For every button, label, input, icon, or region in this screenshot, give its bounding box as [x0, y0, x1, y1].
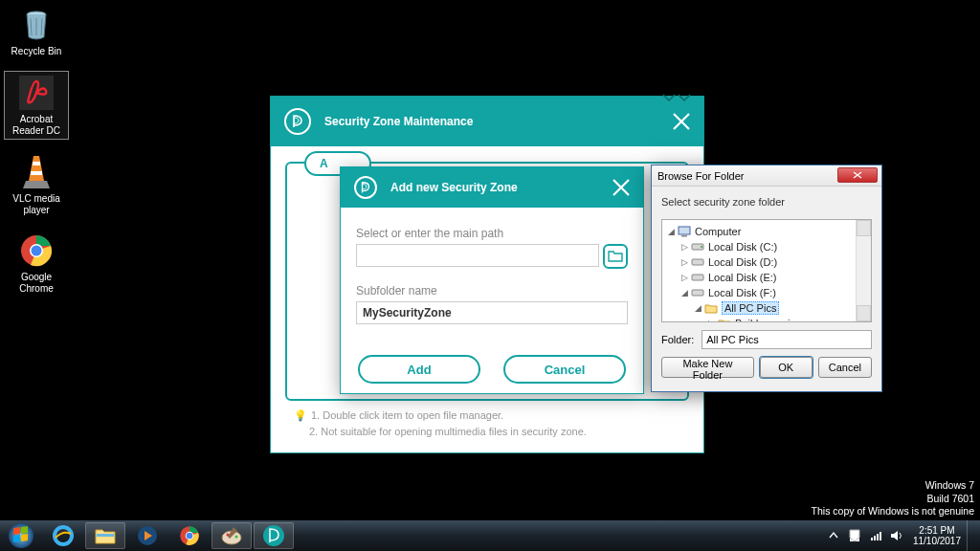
- chrome-icon: [179, 525, 200, 546]
- taskbar-security-app[interactable]: [254, 522, 294, 549]
- expand-icon[interactable]: ▷: [679, 242, 690, 252]
- desktop-icon-label: Google Chrome: [6, 272, 67, 295]
- bulb-icon: 💡: [294, 409, 307, 421]
- svg-point-6: [32, 246, 42, 256]
- ie-icon: [52, 524, 75, 547]
- add-button[interactable]: Add: [358, 355, 480, 384]
- chrome-icon: [17, 231, 56, 270]
- window-titlebar[interactable]: Security Zone Maintenance: [271, 97, 703, 146]
- tree-node-computer[interactable]: ◢ Computer: [664, 224, 869, 239]
- svg-rect-2: [33, 162, 40, 165]
- tree-node-disk-e[interactable]: ▷ Local Disk (E:): [664, 270, 869, 285]
- tray-show-hidden[interactable]: [825, 527, 842, 544]
- desktop-icon-label: VLC media player: [6, 193, 67, 216]
- make-new-folder-button[interactable]: Make New Folder: [661, 357, 754, 378]
- close-button[interactable]: [671, 111, 692, 132]
- svg-rect-10: [701, 246, 702, 248]
- tree-node-build-ongoing[interactable]: ▷ Build on going: [664, 316, 869, 322]
- desktop-icons: Recycle Bin Acrobat Reader DC VLC media …: [4, 4, 69, 297]
- desktop-icon-label: Acrobat Reader DC: [7, 114, 66, 137]
- close-button[interactable]: [837, 167, 878, 183]
- close-button[interactable]: [611, 177, 632, 198]
- svg-rect-17: [13, 535, 20, 542]
- start-button[interactable]: [1, 522, 41, 549]
- svg-rect-3: [31, 171, 42, 175]
- desktop-icon-label: Recycle Bin: [11, 46, 62, 57]
- desktop-icon-vlc[interactable]: VLC media player: [4, 151, 69, 218]
- svg-rect-34: [880, 532, 881, 540]
- taskbar: 2:51 PM 11/10/2017: [0, 520, 980, 551]
- recycle-bin-icon: [17, 6, 56, 44]
- folder-name-input[interactable]: [702, 330, 872, 349]
- disk-icon: [690, 286, 705, 299]
- network-icon[interactable]: [867, 527, 884, 544]
- dialog-titlebar[interactable]: Browse For Folder: [652, 165, 881, 187]
- ok-button[interactable]: OK: [760, 357, 813, 378]
- folder-icon: [608, 250, 623, 263]
- taskbar-ie[interactable]: [43, 522, 83, 549]
- svg-rect-12: [692, 275, 703, 280]
- taskbar-chrome[interactable]: [169, 522, 210, 549]
- app-logo-icon: [284, 108, 311, 135]
- system-tray: 2:51 PM 11/10/2017: [823, 520, 980, 551]
- svg-rect-11: [692, 259, 703, 265]
- add-security-zone-window: Add new Security Zone Select or enter th…: [340, 166, 644, 394]
- taskbar-clock[interactable]: 2:51 PM 11/10/2017: [913, 525, 961, 547]
- show-desktop-button[interactable]: [967, 520, 976, 551]
- taskbar-wmp[interactable]: [127, 522, 167, 549]
- svg-point-24: [187, 533, 193, 540]
- cancel-button[interactable]: Cancel: [503, 355, 626, 384]
- window-title: Security Zone Maintenance: [324, 115, 473, 128]
- volume-icon[interactable]: [888, 527, 905, 544]
- acrobat-icon: [17, 74, 56, 112]
- windows-watermark: Windows 7 Build 7601 This copy of Window…: [812, 479, 974, 518]
- desktop-icon-chrome[interactable]: Google Chrome: [4, 230, 69, 297]
- collapse-icon[interactable]: ◢: [679, 288, 690, 298]
- chevron-down-icon[interactable]: [661, 94, 692, 103]
- dialog-instruction: Select security zone folder: [661, 196, 872, 208]
- collapse-icon[interactable]: ◢: [666, 227, 677, 236]
- svg-rect-13: [692, 290, 703, 296]
- svg-rect-8: [681, 235, 687, 237]
- folder-icon: [717, 317, 732, 322]
- svg-rect-32: [874, 536, 876, 540]
- disk-icon: [690, 240, 705, 253]
- svg-point-28: [235, 536, 238, 539]
- main-path-input[interactable]: [356, 244, 599, 267]
- main-path-label: Select or enter the main path: [356, 227, 628, 240]
- svg-rect-7: [679, 227, 690, 234]
- desktop-icon-recycle-bin[interactable]: Recycle Bin: [4, 4, 69, 59]
- tree-node-disk-f[interactable]: ◢ Local Disk (F:): [664, 285, 869, 300]
- app-logo-icon: [354, 176, 377, 199]
- taskbar-explorer[interactable]: [85, 522, 125, 549]
- cancel-button[interactable]: Cancel: [818, 357, 872, 378]
- svg-rect-15: [13, 527, 20, 535]
- taskbar-paint[interactable]: [212, 522, 252, 549]
- window-titlebar[interactable]: Add new Security Zone: [341, 167, 643, 208]
- expand-icon[interactable]: ▷: [679, 273, 690, 282]
- hint-text: 💡1. Double click item to open file manag…: [294, 408, 587, 439]
- svg-rect-16: [21, 526, 28, 534]
- action-center-icon[interactable]: [846, 527, 863, 544]
- collapse-icon[interactable]: ◢: [693, 303, 703, 313]
- svg-rect-20: [97, 534, 114, 537]
- svg-rect-33: [877, 534, 879, 540]
- tree-node-all-pc-pics[interactable]: ◢ All PC Pics: [664, 300, 869, 316]
- expand-icon[interactable]: ▷: [679, 257, 690, 267]
- subfolder-input[interactable]: [356, 301, 628, 324]
- folder-field-label: Folder:: [661, 334, 694, 345]
- browse-folder-button[interactable]: [603, 244, 628, 269]
- browse-for-folder-dialog: Browse For Folder Select security zone f…: [651, 165, 882, 392]
- folder-tree[interactable]: ◢ Computer ▷ Local Disk (C:) ▷ Local Dis…: [661, 219, 872, 322]
- paint-icon: [220, 525, 243, 546]
- desktop-icon-acrobat[interactable]: Acrobat Reader DC: [4, 71, 69, 140]
- media-player-icon: [136, 524, 159, 547]
- tree-node-disk-c[interactable]: ▷ Local Disk (C:): [664, 239, 869, 254]
- window-title: Add new Security Zone: [390, 181, 518, 194]
- tree-node-disk-d[interactable]: ▷ Local Disk (D:): [664, 254, 869, 270]
- scrollbar[interactable]: [856, 220, 871, 321]
- dialog-title: Browse For Folder: [657, 170, 744, 182]
- expand-icon[interactable]: ▷: [706, 319, 717, 322]
- computer-icon: [677, 225, 692, 238]
- svg-point-29: [263, 525, 284, 546]
